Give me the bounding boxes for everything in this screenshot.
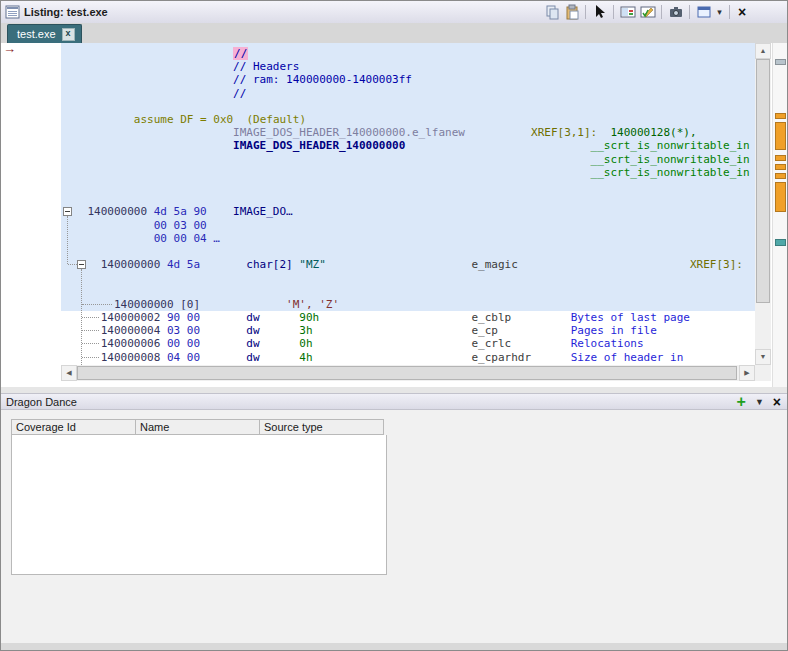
dragondance-close-icon[interactable]: × xyxy=(773,394,781,410)
listing-line xyxy=(61,192,755,205)
listing-token[interactable]: 90h xyxy=(299,311,319,324)
listing-token[interactable]: // Headers xyxy=(233,60,299,73)
coverage-table-body[interactable] xyxy=(11,435,387,575)
toolbar-separator xyxy=(661,5,662,19)
overview-marker[interactable] xyxy=(775,122,786,150)
overview-marker[interactable] xyxy=(775,173,786,179)
listing-token[interactable]: assume DF = 0x0 (Default) xyxy=(134,113,306,126)
listing-token[interactable]: e_cblp xyxy=(471,311,511,324)
listing-line: 14000000600 00dw0he_crlcRelocations xyxy=(61,337,755,350)
listing-viewport[interactable]: //// Headers// ram: 140000000-1400003ff/… xyxy=(61,43,755,365)
listing-token[interactable]: e_crlc xyxy=(471,337,511,350)
listing-token[interactable]: // ram: 140000000-1400003ff xyxy=(233,73,412,86)
listing-panel: → //// Headers// ram: 140000000-1400003f… xyxy=(1,43,787,387)
listing-token[interactable]: 00 03 00 xyxy=(154,219,207,232)
listing-line: 1400000004d 5achar[2]"MZ"e_magicXREF[3]: xyxy=(61,258,755,271)
listing-token[interactable]: "MZ" xyxy=(299,258,326,271)
listing-token[interactable]: // xyxy=(233,87,246,100)
listing-token[interactable]: 4h xyxy=(299,351,312,364)
listing-token[interactable]: 90 00 xyxy=(167,311,200,324)
listing-token[interactable]: dw xyxy=(246,311,259,324)
listing-line: // ram: 140000000-1400003ff xyxy=(61,73,755,86)
overview-marker[interactable] xyxy=(775,164,786,170)
listing-token[interactable]: 04 00 xyxy=(167,351,200,364)
listing-token[interactable]: 140000128(*), xyxy=(610,126,696,139)
snapshot-button[interactable] xyxy=(667,4,684,21)
tab-test-exe[interactable]: test.exe x xyxy=(7,24,82,43)
scroll-down-icon[interactable]: ▼ xyxy=(755,349,771,365)
overview-marker[interactable] xyxy=(775,59,786,65)
cursor-tool-button[interactable] xyxy=(591,4,608,21)
listing-token[interactable]: 00 00 04 … xyxy=(154,232,220,245)
tree-line xyxy=(67,216,68,264)
overview-marker[interactable] xyxy=(775,182,786,212)
listing-token[interactable]: 140000002 xyxy=(101,311,161,324)
listing-line: 00 00 04 … xyxy=(61,232,755,245)
listing-token[interactable]: 03 00 xyxy=(167,324,200,337)
overview-marker[interactable] xyxy=(775,239,786,246)
horizontal-scrollbar-thumb[interactable] xyxy=(77,366,737,380)
overview-marker[interactable] xyxy=(775,113,786,119)
listing-line: // Headers xyxy=(61,60,755,73)
listing-token[interactable]: dw xyxy=(246,337,259,350)
paste-button[interactable] xyxy=(563,4,580,21)
listing-token[interactable]: 0h xyxy=(299,337,312,350)
diff-view-button[interactable] xyxy=(619,4,636,21)
horizontal-scrollbar[interactable]: ◀ ▶ xyxy=(61,365,755,381)
listing-token[interactable]: dw xyxy=(246,324,259,337)
listing-line xyxy=(61,285,755,298)
listing-line: __scrt_is_nonwritable_in xyxy=(61,153,755,166)
listing-token[interactable]: XREF[3,1]: xyxy=(531,126,597,139)
scroll-left-icon[interactable]: ◀ xyxy=(61,365,77,381)
listing-token[interactable]: e_cparhdr xyxy=(471,351,531,364)
listing-token[interactable]: IMAGE_DO… xyxy=(233,205,293,218)
scroll-up-icon[interactable]: ▲ xyxy=(755,43,771,59)
listing-token[interactable]: 3h xyxy=(299,324,312,337)
edit-fields-button[interactable] xyxy=(639,4,656,21)
listing-line xyxy=(61,245,755,258)
listing-token[interactable]: dw xyxy=(246,351,259,364)
listing-token[interactable]: 4d 5a xyxy=(167,258,200,271)
listing-token[interactable]: 'M', 'Z' xyxy=(286,298,339,311)
collapse-toggle[interactable] xyxy=(77,260,86,269)
copy-button[interactable] xyxy=(543,4,560,21)
scroll-right-icon[interactable]: ▶ xyxy=(739,365,755,381)
listing-token[interactable]: __scrt_is_nonwritable_in xyxy=(591,166,750,179)
listing-token[interactable]: 4d 5a 90 xyxy=(154,205,207,218)
listing-token[interactable]: 140000004 xyxy=(101,324,161,337)
listing-token[interactable]: __scrt_is_nonwritable_in xyxy=(591,139,750,152)
listing-token[interactable]: Pages in file xyxy=(571,324,657,337)
listing-token[interactable]: char[2] xyxy=(246,258,292,271)
listing-token[interactable]: // xyxy=(233,47,248,60)
listing-token[interactable]: __scrt_is_nonwritable_in xyxy=(591,153,750,166)
dragondance-dropdown-icon[interactable]: ▼ xyxy=(755,397,764,407)
add-coverage-icon[interactable]: + xyxy=(737,395,746,409)
listing-token[interactable]: Relocations xyxy=(571,337,644,350)
close-panel-button[interactable]: × xyxy=(735,4,749,20)
column-header[interactable]: Source type xyxy=(259,419,384,435)
listing-token[interactable]: Bytes of last page xyxy=(571,311,690,324)
column-header[interactable]: Coverage Id xyxy=(11,419,136,435)
listing-token[interactable]: XREF[3]: xyxy=(690,258,743,271)
listing-line: assume DF = 0x0 (Default) xyxy=(61,113,755,126)
toolbar-dropdown-caret[interactable]: ▾ xyxy=(715,7,724,17)
overview-marker[interactable] xyxy=(775,155,786,161)
listing-token[interactable]: 140000000 [0] xyxy=(114,298,200,311)
listing-token[interactable]: e_magic xyxy=(471,258,517,271)
listing-token[interactable]: 140000008 xyxy=(101,351,161,364)
listing-token[interactable]: Size of header in xyxy=(571,351,684,364)
collapse-toggle[interactable] xyxy=(63,207,72,216)
listing-token[interactable]: e_cp xyxy=(471,324,498,337)
listing-token[interactable]: IMAGE_DOS_HEADER_140000000.e_lfanew xyxy=(233,126,465,139)
vertical-scrollbar[interactable]: ▲ ▼ xyxy=(755,43,771,365)
listing-token[interactable]: 140000000 xyxy=(101,258,161,271)
listing-token[interactable]: IMAGE_DOS_HEADER_140000000 xyxy=(233,139,405,152)
vertical-scrollbar-thumb[interactable] xyxy=(756,59,770,303)
clone-window-button[interactable] xyxy=(695,4,712,21)
listing-token[interactable]: 140000006 xyxy=(101,337,161,350)
listing-token[interactable]: 140000000 xyxy=(87,205,147,218)
tab-close-icon[interactable]: x xyxy=(62,28,75,41)
column-header[interactable]: Name xyxy=(135,419,260,435)
tree-tick xyxy=(82,343,99,344)
listing-token[interactable]: 00 00 xyxy=(167,337,200,350)
